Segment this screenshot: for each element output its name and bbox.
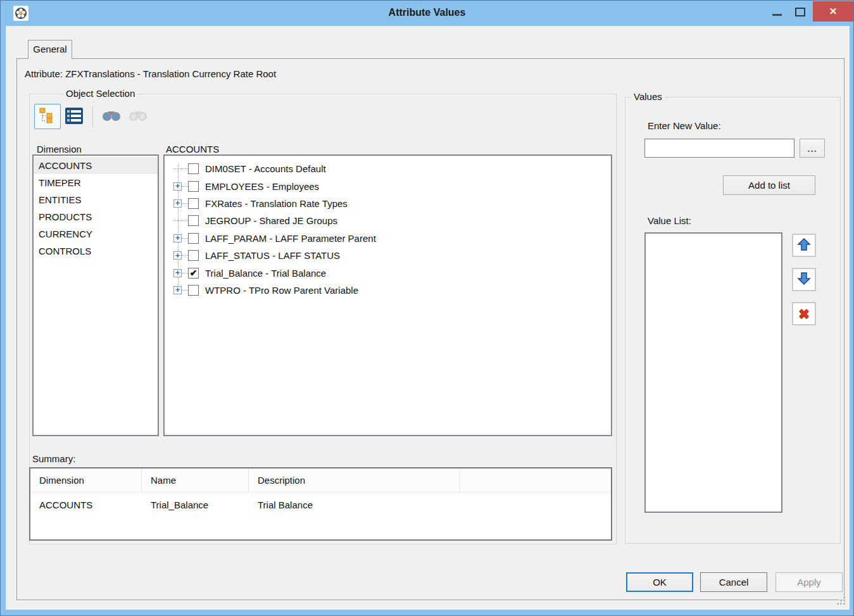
tree-item-label: WTPRO - TPro Row Parent Variable	[205, 285, 358, 296]
tree-item-label: JEGROUP - Shared JE Groups	[205, 215, 337, 226]
attribute-label: Attribute: ZFXTranslations - Translation…	[25, 68, 276, 79]
dimension-item[interactable]: PRODUCTS	[34, 208, 158, 225]
up-arrow-icon	[796, 237, 812, 254]
tree-item-checkbox[interactable]: ✔	[188, 181, 199, 192]
expander-icon[interactable]: +	[173, 199, 182, 208]
expander-icon[interactable]: +	[173, 269, 182, 277]
remove-value-button[interactable]: ✖	[792, 302, 816, 325]
tab-general[interactable]: General	[28, 40, 72, 59]
window-title: Attribute Values	[1, 1, 853, 26]
maximize-button[interactable]	[795, 8, 805, 16]
new-value-input[interactable]	[644, 139, 794, 158]
summary-cell-extra	[460, 493, 611, 518]
summary-cell-description: Trial Balance	[249, 493, 460, 518]
checkmark-icon: ✔	[190, 268, 198, 277]
tree-item[interactable]: + ✔ WTPRO - TPro Row Parent Variable	[173, 282, 611, 299]
expander-icon[interactable]: +	[173, 251, 182, 260]
list-view-icon	[65, 106, 84, 127]
dimension-item[interactable]: ACCOUNTS	[34, 157, 158, 174]
summary-table: Dimension Name Description ACCOUNTS Tria…	[29, 467, 612, 541]
object-selection-legend: Object Selection	[63, 88, 138, 99]
tree-item-label: FXRates - Translation Rate Types	[205, 198, 348, 209]
dimension-item[interactable]: ENTITIES	[34, 191, 158, 208]
binoculars-icon	[101, 108, 122, 126]
apply-button[interactable]: Apply	[776, 572, 843, 592]
toolbar-separator	[92, 106, 93, 127]
tree-item-label: DIM0SET - Accounts Default	[205, 163, 326, 174]
expander-icon[interactable]: +	[173, 217, 182, 225]
expander-icon[interactable]: +	[173, 182, 182, 191]
tree-item-checkbox[interactable]: ✔	[188, 233, 199, 244]
object-selection-toolbar	[34, 103, 151, 130]
tree-item-checkbox[interactable]: ✔	[188, 198, 199, 209]
enter-new-value-label: Enter New Value:	[648, 120, 721, 131]
find-secondary-button[interactable]	[125, 104, 151, 129]
summary-col-name[interactable]: Name	[142, 468, 249, 492]
binoculars-disabled-icon	[128, 108, 148, 126]
dimension-item[interactable]: CURRENCY	[34, 225, 158, 242]
cancel-button[interactable]: Cancel	[700, 572, 767, 592]
values-legend: Values	[631, 91, 665, 102]
dimension-item[interactable]: CONTROLS	[34, 242, 158, 260]
tree-item[interactable]: + ✔ DIM0SET - Accounts Default	[173, 160, 611, 177]
expander-icon[interactable]: +	[173, 286, 182, 294]
attribute-values-dialog: Attribute Values ✕ General Attribute: ZF…	[0, 0, 854, 616]
tree-item[interactable]: + ✔ EMPLOYEES - Employees	[173, 177, 611, 194]
dimension-item[interactable]: TIMEPER	[34, 174, 158, 191]
minimize-button[interactable]	[772, 14, 782, 16]
summary-cell-dimension: ACCOUNTS	[30, 493, 142, 518]
add-to-list-button[interactable]: Add to list	[723, 175, 815, 195]
dimension-label: Dimension	[37, 144, 82, 154]
resize-grip[interactable]	[838, 597, 845, 605]
expander-icon[interactable]: +	[173, 165, 182, 173]
tree-item[interactable]: + ✔ LAFF_STATUS - LAFF STATUS	[173, 247, 611, 264]
tree-view-button[interactable]	[34, 104, 61, 129]
browse-button[interactable]: ...	[800, 139, 825, 158]
tree-item[interactable]: + ✔ LAFF_PARAM - LAFF Parameter Parent	[173, 230, 611, 247]
tree-item[interactable]: + ✔ FXRates - Translation Rate Types	[173, 195, 611, 212]
dimension-listbox[interactable]: ACCOUNTS TIMEPER ENTITIES PRODUCTS CURRE…	[32, 154, 159, 436]
tree-item-label: LAFF_PARAM - LAFF Parameter Parent	[205, 233, 376, 244]
expander-icon[interactable]: +	[173, 234, 182, 242]
tree-item-label: Trial_Balance - Trial Balance	[205, 268, 326, 279]
close-button[interactable]: ✕	[813, 1, 853, 22]
ok-button[interactable]: OK	[626, 572, 693, 592]
value-list-label: Value List:	[648, 215, 691, 226]
tree-item-checkbox[interactable]: ✔	[188, 285, 199, 296]
tree-item-checkbox[interactable]: ✔	[188, 250, 199, 261]
list-view-button[interactable]	[61, 104, 87, 129]
move-up-button[interactable]	[792, 234, 816, 257]
table-row[interactable]: ACCOUNTS Trial_Balance Trial Balance	[30, 493, 611, 515]
tree-item-label: LAFF_STATUS - LAFF STATUS	[205, 250, 340, 261]
summary-col-extra	[460, 468, 611, 492]
summary-header-row: Dimension Name Description	[30, 468, 611, 493]
move-down-button[interactable]	[792, 268, 816, 291]
tree-item[interactable]: + ✔ Trial_Balance - Trial Balance	[173, 264, 611, 281]
tree-item-checkbox[interactable]: ✔	[188, 163, 199, 174]
delete-x-icon: ✖	[798, 307, 810, 320]
summary-col-dimension[interactable]: Dimension	[30, 468, 142, 492]
tree-item-checkbox[interactable]: ✔	[188, 268, 199, 279]
titlebar[interactable]: Attribute Values ✕	[1, 1, 853, 26]
tree-header-label: ACCOUNTS	[166, 144, 219, 154]
summary-label: Summary:	[32, 453, 75, 464]
tree-item[interactable]: + ✔ JEGROUP - Shared JE Groups	[173, 212, 611, 229]
value-listbox[interactable]	[644, 232, 782, 513]
tree-view-icon	[38, 106, 57, 127]
close-icon: ✕	[829, 6, 838, 17]
tree-item-checkbox[interactable]: ✔	[188, 215, 199, 226]
summary-col-description[interactable]: Description	[249, 468, 460, 492]
summary-cell-name: Trial_Balance	[142, 493, 249, 518]
tree-item-label: EMPLOYEES - Employees	[205, 181, 319, 192]
down-arrow-icon	[796, 271, 812, 288]
accounts-treeview[interactable]: + ✔ DIM0SET - Accounts Default + ✔ EMPLO…	[163, 154, 612, 436]
find-button[interactable]	[98, 104, 125, 129]
